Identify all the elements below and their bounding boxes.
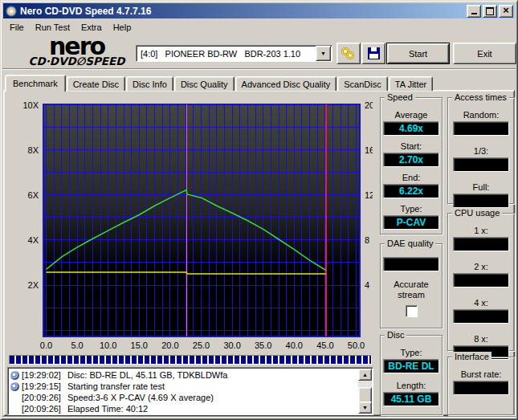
svg-text:8: 8: [365, 235, 369, 245]
cpu-usage-1-x-label: 1 x:: [448, 226, 514, 236]
cpu-usage-4-x-label: 4 x:: [448, 298, 514, 308]
svg-text:40.0: 40.0: [286, 340, 303, 350]
svg-text:2X: 2X: [28, 280, 39, 290]
svg-text:8X: 8X: [28, 145, 39, 155]
save-button[interactable]: [361, 43, 385, 64]
speed-average-value: 4.69x: [383, 121, 439, 136]
interface-fields: Burst rate:: [448, 357, 514, 395]
log-text: Starting transfer rate test: [67, 381, 165, 391]
speed-group: Speed Average4.69xStart:2.70xEnd:6.22xTy…: [380, 97, 443, 234]
scroll-down-button[interactable]: ▼: [358, 402, 372, 414]
chevron-down-icon: ▼: [320, 51, 326, 56]
interface-burst-rate-label: Burst rate:: [448, 369, 514, 380]
disc-type-value: BD-RE DL: [383, 359, 439, 373]
drive-select-arrow[interactable]: ▼: [316, 46, 331, 61]
close-icon: ×: [503, 6, 509, 14]
app-icon: [6, 6, 17, 17]
tab-benchmark[interactable]: Benchmark: [5, 75, 66, 92]
accurate-stream-checkbox[interactable]: [406, 305, 418, 317]
tab-disc-quality[interactable]: Disc Quality: [174, 76, 235, 91]
speed-field-end: End:6.22x: [381, 173, 442, 198]
cd-eject-icon: [341, 47, 356, 60]
scroll-up-button[interactable]: ▲: [358, 369, 372, 381]
log-timestamp: [19:29:15]: [22, 381, 61, 391]
exit-button[interactable]: Exit: [453, 43, 516, 64]
tab-bar: BenchmarkCreate DiscDisc InfoDisc Qualit…: [5, 73, 434, 91]
menu-item-file[interactable]: File: [4, 21, 30, 34]
titlebar: Nero CD-DVD Speed 4.7.7.16 ×: [3, 3, 515, 18]
tab-disc-info[interactable]: Disc Info: [126, 76, 173, 91]
close-button[interactable]: ×: [499, 5, 513, 18]
disc-length-label: Length:: [381, 381, 442, 391]
benchmark-chart: 2X4X6X8X10X481216200.05.010.015.020.025.…: [6, 95, 373, 355]
access-times-field-full: Full:: [448, 182, 514, 208]
disc-type-label: Type:: [381, 348, 442, 358]
svg-text:35.0: 35.0: [255, 340, 271, 350]
speed-start-label: Start:: [381, 141, 442, 152]
tab-create-disc[interactable]: Create Disc: [67, 76, 125, 91]
svg-text:4: 4: [365, 280, 369, 290]
menu-item-help[interactable]: Help: [108, 21, 137, 34]
dae-quality-value: [383, 257, 439, 271]
log-listbox[interactable]: [19:29:02]Disc: BD-RE DL, 45.11 GB, TDKB…: [7, 367, 373, 415]
cdspeed-logo-text: CD·DVD∅SPEED: [10, 55, 143, 67]
access-times-1-3-label: 1/3:: [448, 146, 514, 157]
speed-field-average: Average4.69x: [381, 110, 442, 136]
interface-group: Interface Burst rate:: [447, 357, 515, 415]
app-window: Nero CD-DVD Speed 4.7.7.16 × FileRun Tes…: [0, 0, 518, 420]
log-timestamp: [19:29:02]: [22, 370, 61, 380]
access-times-1-3-value: [453, 157, 509, 172]
eject-button[interactable]: [336, 43, 361, 64]
speed-group-title: Speed: [385, 92, 415, 103]
svg-text:0.0: 0.0: [40, 340, 52, 350]
access-times-group: Access times Random:1/3:Full:: [447, 97, 515, 204]
interface-burst-rate-value: [453, 381, 509, 395]
log-entry: [19:29:15]Starting transfer rate test: [10, 381, 357, 392]
cpu-usage-fields: 1 x:2 x:4 x:8 x:: [448, 214, 514, 360]
svg-text:50.0: 50.0: [348, 340, 365, 350]
svg-text:4X: 4X: [28, 235, 39, 245]
interface-group-title: Interface: [452, 352, 491, 362]
maximize-button[interactable]: [483, 5, 497, 18]
minimize-button[interactable]: [467, 5, 481, 18]
tab-advanced-disc-quality[interactable]: Advanced Disc Quality: [235, 76, 337, 91]
speed-start-value: 2.70x: [383, 153, 439, 167]
cpu-usage-group-title: CPU usage: [452, 208, 502, 218]
interface-field-burst-rate: Burst rate:: [448, 369, 514, 395]
log-timestamp: [20:09:26]: [22, 404, 61, 414]
progress-bar-fill: [10, 356, 371, 364]
tab-scandisc[interactable]: ScanDisc: [337, 76, 387, 91]
cpu-usage-8-x-label: 8 x:: [448, 334, 514, 345]
speed-end-value: 6.22x: [383, 184, 439, 198]
cpu-usage-2-x-label: 2 x:: [448, 262, 514, 272]
disc-field-type: Type:BD-RE DL: [381, 348, 442, 373]
svg-text:10X: 10X: [22, 100, 39, 110]
svg-text:20: 20: [365, 100, 373, 110]
log-text: Speed:3-6 X P-CAV (4.69 X average): [67, 393, 214, 402]
drive-select[interactable]: [4:0] PIONEER BD-RW BDR-203 1.10 ▼: [136, 45, 332, 62]
cpu-usage-1-x-value: [453, 237, 509, 251]
cpu-usage-4-x-value: [453, 309, 509, 324]
access-times-full-value: [453, 194, 509, 208]
log-entry: [20:09:26]Elapsed Time: 40:12: [10, 403, 357, 414]
access-times-full-label: Full:: [448, 182, 514, 193]
start-button[interactable]: Start: [386, 43, 450, 64]
speed-end-label: End:: [381, 173, 442, 183]
speed-field-type: Type:P-CAV: [381, 204, 442, 230]
access-times-fields: Random:1/3:Full:: [448, 98, 514, 208]
disc-field-length: Length:45.11 GB: [381, 381, 442, 406]
cpu-usage-2-x-value: [453, 273, 509, 287]
accurate-stream-label: Accurate stream: [386, 279, 436, 300]
svg-text:45.0: 45.0: [316, 340, 333, 350]
scroll-down-icon: ▼: [362, 405, 368, 410]
drive-select-value: [4:0] PIONEER BD-RW BDR-203 1.10: [137, 49, 316, 59]
tab-ta-jitter[interactable]: TA Jitter: [389, 76, 434, 91]
log-scrollbar[interactable]: ▲ ▼: [358, 369, 372, 414]
minimize-icon: [471, 13, 477, 14]
speed-fields: Average4.69xStart:2.70xEnd:6.22xType:P-C…: [381, 98, 442, 230]
disc-fields: Type:BD-RE DLLength:45.11 GB: [381, 336, 442, 406]
disc-icon: [10, 371, 19, 380]
cpu-usage-group: CPU usage 1 x:2 x:4 x:8 x:: [447, 213, 515, 351]
log-entry: [20:09:26]Speed:3-6 X P-CAV (4.69 X aver…: [10, 392, 357, 403]
log-text: Disc: BD-RE DL, 45.11 GB, TDKBLDWfa: [67, 370, 227, 380]
